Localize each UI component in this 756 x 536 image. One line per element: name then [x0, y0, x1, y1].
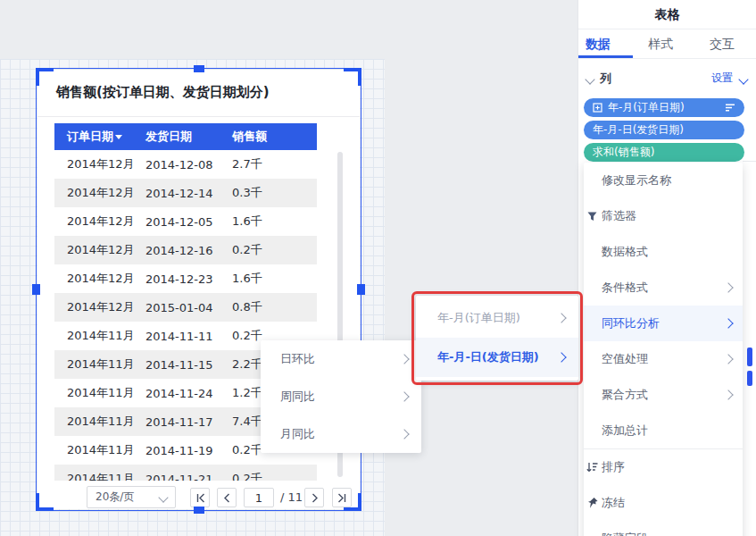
pill-label: 年-月(订单日期) — [608, 100, 685, 115]
settings-link[interactable]: 设置 — [711, 71, 733, 86]
active-tab-underline — [578, 55, 633, 58]
table-cell[interactable]: 2014-11-17 — [145, 415, 213, 429]
table-cell[interactable]: 2014-11-21 — [145, 473, 213, 482]
table-cell[interactable]: 2014年11月 — [67, 414, 135, 430]
tab-interaction[interactable]: 交互 — [702, 29, 742, 58]
chevron-right-icon — [399, 354, 409, 364]
chevron-down-icon — [158, 492, 168, 502]
table-row[interactable]: 2014年12月2014-12-231.6千 — [54, 264, 317, 293]
page-size-select[interactable]: 20条/页 — [87, 486, 176, 508]
table-cell[interactable]: 2.2千 — [232, 356, 262, 373]
field-pill-order-date[interactable]: 年-月(订单日期) — [584, 98, 744, 117]
tab-data[interactable]: 数据 — [578, 29, 618, 58]
expand-icon — [593, 103, 602, 113]
table-cell[interactable]: 2014年12月 — [67, 214, 135, 230]
title-divider — [37, 116, 360, 117]
menu-item-null-handling[interactable]: 空值处理 — [584, 341, 743, 377]
menu-item-data-format[interactable]: 数据格式 — [584, 234, 743, 270]
table-cell[interactable]: 2014-11-11 — [145, 330, 213, 343]
menu-item-month-over-month[interactable]: 月同比 — [261, 415, 421, 453]
settings-chevron-icon[interactable] — [738, 74, 748, 84]
table-cell[interactable]: 2014年11月 — [67, 471, 135, 481]
menu-item-conditional-format[interactable]: 条件格式 — [584, 270, 743, 306]
first-page-icon — [195, 492, 206, 504]
table-cell[interactable]: 2014-12-23 — [145, 272, 213, 286]
table-cell[interactable]: 0.3千 — [232, 185, 262, 201]
menu-item-freeze[interactable]: 冻结 — [584, 485, 743, 521]
menu-item-hide-field[interactable]: 隐藏字段 — [584, 521, 743, 536]
sidebar-title: 表格 — [578, 0, 756, 29]
table-cell[interactable]: 0.2千 — [232, 471, 262, 481]
menu-item-sort[interactable]: 排序 — [584, 449, 743, 485]
table-cell[interactable]: 2015-01-04 — [145, 301, 213, 314]
menu-item-add-total[interactable]: 添加总计 — [584, 413, 743, 448]
page-number-input[interactable]: 1 — [244, 488, 274, 507]
table-cell[interactable]: 2014-11-15 — [145, 358, 213, 372]
table-cell[interactable]: 0.2千 — [232, 242, 262, 258]
table-cell[interactable]: 2014-12-14 — [145, 187, 213, 200]
submenu-item-order-date[interactable]: 年-月(订单日期) — [416, 298, 578, 338]
table-row[interactable]: 2014年12月2014-12-160.2千 — [54, 236, 317, 264]
menu-item-period-compare[interactable]: 同环比分析 — [584, 306, 743, 341]
table-cell[interactable]: 7.4千 — [232, 414, 262, 430]
sidebar-tabs: 数据 样式 交互 — [578, 29, 756, 59]
collapse-chevron-icon[interactable] — [585, 74, 594, 84]
next-page-button[interactable] — [304, 488, 324, 507]
table-cell[interactable]: 2014-11-24 — [145, 387, 213, 400]
sort-icon — [586, 461, 599, 474]
table-row[interactable]: 2014年12月2014-12-082.7千 — [54, 150, 317, 179]
first-page-button[interactable] — [190, 488, 210, 507]
filter-icon — [586, 210, 599, 223]
table-cell[interactable]: 2014-11-19 — [145, 444, 213, 457]
last-page-button[interactable] — [332, 488, 352, 507]
table-row[interactable]: 2014年12月2015-01-040.8千 — [54, 293, 317, 322]
chevron-right-icon — [399, 429, 409, 439]
field-dropdown-menu: 修改显示名称 筛选器 数据格式 条件格式 同环比分析 空值处理 — [584, 163, 743, 536]
table-cell[interactable]: 1.6千 — [232, 214, 262, 230]
menu-item-aggregation[interactable]: 聚合方式 — [584, 377, 743, 413]
table-cell[interactable]: 2014年12月 — [67, 185, 135, 201]
sort-lines-icon — [725, 104, 735, 112]
table-cell[interactable]: 2014-12-08 — [145, 158, 213, 172]
chevron-right-icon — [399, 391, 409, 401]
chevron-right-icon — [556, 313, 566, 322]
table-cell[interactable]: 1.2千 — [232, 385, 262, 401]
table-cell[interactable]: 2014年11月 — [67, 356, 135, 373]
menu-item-week-over-week[interactable]: 周同比 — [261, 378, 421, 415]
chevron-left-icon — [221, 492, 233, 504]
table-cell[interactable]: 0.8千 — [232, 299, 262, 315]
submenu-item-ship-date[interactable]: 年-月-日(发货日期) — [416, 338, 578, 377]
table-cell[interactable]: 2014-12-05 — [145, 215, 213, 229]
menu-item-rename[interactable]: 修改显示名称 — [584, 163, 743, 198]
menu-item-day-over-day[interactable]: 日环比 — [261, 340, 421, 378]
table-cell[interactable]: 2014年11月 — [67, 442, 135, 458]
prev-page-button[interactable] — [217, 488, 237, 507]
table-cell[interactable]: 2014年12月 — [67, 299, 135, 315]
table-cell[interactable]: 2.7千 — [232, 156, 262, 172]
table-cell[interactable]: 2014-12-16 — [145, 244, 213, 257]
table-cell[interactable]: 2014年12月 — [67, 271, 135, 287]
sort-triangle-icon[interactable] — [115, 135, 122, 139]
pill-fragment-behind-menu — [747, 348, 752, 366]
table-row[interactable]: 2014年12月2014-12-051.6千 — [54, 207, 317, 236]
table-cell[interactable]: 2014年12月 — [67, 242, 135, 258]
table-cell[interactable]: 0.2千 — [232, 328, 262, 344]
table-cell[interactable]: 2014年11月 — [67, 385, 135, 401]
pill-fragment-behind-menu — [747, 371, 752, 386]
table-row[interactable]: 2014年12月2014-12-140.3千 — [54, 179, 317, 207]
column-header-order-date[interactable]: 订单日期 — [67, 129, 113, 145]
table-cell[interactable]: 0.2千 — [232, 442, 262, 458]
table-cell[interactable]: 2014年11月 — [67, 328, 135, 344]
table-cell[interactable]: 1.6千 — [232, 271, 262, 287]
column-header-ship-date[interactable]: 发货日期 — [145, 129, 192, 145]
column-header-sales[interactable]: 销售额 — [232, 129, 267, 145]
chevron-right-icon — [723, 354, 733, 364]
table-row[interactable]: 2014年11月2014-11-210.2千 — [54, 465, 317, 481]
table-cell[interactable]: 2014年12月 — [67, 156, 135, 172]
menu-item-filter[interactable]: 筛选器 — [584, 198, 743, 234]
field-pill-sales-sum[interactable]: 求和(销售额) — [584, 143, 744, 162]
field-pill-ship-date[interactable]: 年-月-日(发货日期) — [584, 121, 744, 139]
chevron-right-icon — [723, 389, 733, 399]
tab-style[interactable]: 样式 — [641, 29, 680, 58]
settings-sidebar: 表格 数据 样式 交互 列 设置 年-月(订单日期) 年-月-日(发货日期) — [577, 0, 756, 536]
